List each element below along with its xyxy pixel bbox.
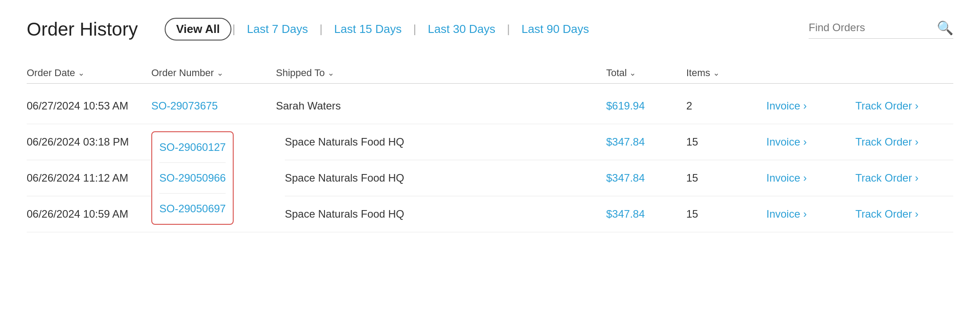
items-cell-2: 15 bbox=[686, 124, 766, 160]
track-cell-4: Track Order › bbox=[855, 196, 953, 232]
order-number-cell: SO-29073675 bbox=[151, 100, 276, 112]
order-table: Order Date ⌄ Order Number ⌄ Shipped To ⌄… bbox=[27, 63, 953, 232]
selected-rows-grid: 06/26/2024 03:18 PM 06/26/2024 11:12 AM … bbox=[27, 124, 953, 232]
filter-view-all[interactable]: View All bbox=[165, 18, 231, 41]
totals-column: $347.84 $347.84 $347.84 bbox=[606, 124, 686, 232]
invoice-link-3[interactable]: Invoice › bbox=[766, 172, 807, 184]
total-cell-4[interactable]: $347.84 bbox=[606, 196, 686, 232]
search-container: 🔍 bbox=[809, 20, 953, 39]
order-date-cell-2: 06/26/2024 03:18 PM bbox=[27, 124, 151, 160]
table-row: 06/27/2024 10:53 AM SO-29073675 Sarah Wa… bbox=[27, 88, 953, 124]
col-order-number-sort-icon: ⌄ bbox=[217, 68, 223, 78]
col-total-label: Total bbox=[606, 67, 627, 79]
selected-rows-group: 06/26/2024 03:18 PM 06/26/2024 11:12 AM … bbox=[27, 124, 953, 232]
items-cell: 2 bbox=[686, 100, 766, 112]
col-order-number-label: Order Number bbox=[151, 67, 214, 79]
invoice-cell: Invoice › bbox=[766, 100, 855, 112]
track-order-link-3[interactable]: Track Order › bbox=[855, 172, 919, 184]
col-track bbox=[855, 67, 953, 79]
order-number-link-3[interactable]: SO-29050966 bbox=[159, 163, 226, 194]
order-number-link-2[interactable]: SO-29060127 bbox=[159, 132, 226, 163]
col-total[interactable]: Total ⌄ bbox=[606, 67, 686, 79]
col-items-sort-icon: ⌄ bbox=[713, 68, 720, 78]
separator-4: | bbox=[506, 22, 511, 36]
invoice-link[interactable]: Invoice › bbox=[766, 100, 807, 112]
invoice-link-4[interactable]: Invoice › bbox=[766, 208, 807, 220]
order-numbers-column: SO-29060127 SO-29050966 SO-29050697 bbox=[151, 124, 267, 232]
order-number-link-4[interactable]: SO-29050697 bbox=[159, 194, 226, 224]
track-cell-3: Track Order › bbox=[855, 160, 953, 196]
filter-last-90[interactable]: Last 90 Days bbox=[511, 19, 600, 40]
col-order-date-sort-icon: ⌄ bbox=[78, 68, 85, 78]
col-items[interactable]: Items ⌄ bbox=[686, 67, 766, 79]
order-date-cell: 06/27/2024 10:53 AM bbox=[27, 100, 151, 112]
col-shipped-to-label: Shipped To bbox=[276, 67, 325, 79]
shipped-to-cell-2: Space Naturals Food HQ bbox=[285, 124, 606, 160]
col-order-date[interactable]: Order Date ⌄ bbox=[27, 67, 151, 79]
order-date-cell-4: 06/26/2024 10:59 AM bbox=[27, 196, 151, 232]
order-date-cell-3: 06/26/2024 11:12 AM bbox=[27, 160, 151, 196]
invoice-link-2[interactable]: Invoice › bbox=[766, 136, 807, 148]
filter-last-7[interactable]: Last 7 Days bbox=[236, 19, 319, 40]
invoices-column: Invoice › Invoice › Invoice › bbox=[766, 124, 855, 232]
selected-order-numbers-group: SO-29060127 SO-29050966 SO-29050697 bbox=[151, 131, 234, 225]
items-cell-3: 15 bbox=[686, 160, 766, 196]
col-order-number[interactable]: Order Number ⌄ bbox=[151, 67, 276, 79]
invoice-cell-3: Invoice › bbox=[766, 160, 855, 196]
total-cell[interactable]: $619.94 bbox=[606, 100, 686, 112]
separator-2: | bbox=[319, 22, 324, 36]
col-invoice bbox=[766, 67, 855, 79]
invoice-cell-2: Invoice › bbox=[766, 124, 855, 160]
invoice-cell-4: Invoice › bbox=[766, 196, 855, 232]
shipped-to-column: Space Naturals Food HQ Space Naturals Fo… bbox=[267, 124, 606, 232]
separator-3: | bbox=[413, 22, 417, 36]
track-order-link-2[interactable]: Track Order › bbox=[855, 136, 919, 148]
col-shipped-to-sort-icon: ⌄ bbox=[328, 68, 334, 78]
items-column: 15 15 15 bbox=[686, 124, 766, 232]
col-order-date-label: Order Date bbox=[27, 67, 75, 79]
total-cell-3[interactable]: $347.84 bbox=[606, 160, 686, 196]
track-cell: Track Order › bbox=[855, 100, 953, 112]
track-orders-column: Track Order › Track Order › Track Order … bbox=[855, 124, 953, 232]
separator-1: | bbox=[231, 22, 236, 36]
track-order-link[interactable]: Track Order › bbox=[855, 100, 919, 112]
search-input[interactable] bbox=[809, 21, 933, 34]
shipped-to-cell-4: Space Naturals Food HQ bbox=[285, 196, 606, 232]
track-cell-2: Track Order › bbox=[855, 124, 953, 160]
page-header: Order History View All | Last 7 Days | L… bbox=[27, 18, 953, 41]
shipped-to-cell: Sarah Waters bbox=[276, 100, 606, 112]
col-total-sort-icon: ⌄ bbox=[629, 68, 636, 78]
shipped-to-cell-3: Space Naturals Food HQ bbox=[285, 160, 606, 196]
order-number-link[interactable]: SO-29073675 bbox=[151, 100, 218, 112]
col-items-label: Items bbox=[686, 67, 710, 79]
col-shipped-to[interactable]: Shipped To ⌄ bbox=[276, 67, 606, 79]
page-title: Order History bbox=[27, 19, 138, 40]
track-order-link-4[interactable]: Track Order › bbox=[855, 208, 919, 220]
filter-last-15[interactable]: Last 15 Days bbox=[324, 19, 413, 40]
table-header: Order Date ⌄ Order Number ⌄ Shipped To ⌄… bbox=[27, 63, 953, 84]
items-cell-4: 15 bbox=[686, 196, 766, 232]
search-icon[interactable]: 🔍 bbox=[937, 20, 953, 36]
total-cell-2[interactable]: $347.84 bbox=[606, 124, 686, 160]
filter-tabs: View All | Last 7 Days | Last 15 Days | … bbox=[165, 18, 600, 41]
filter-last-30[interactable]: Last 30 Days bbox=[417, 19, 506, 40]
dates-column: 06/26/2024 03:18 PM 06/26/2024 11:12 AM … bbox=[27, 124, 151, 232]
